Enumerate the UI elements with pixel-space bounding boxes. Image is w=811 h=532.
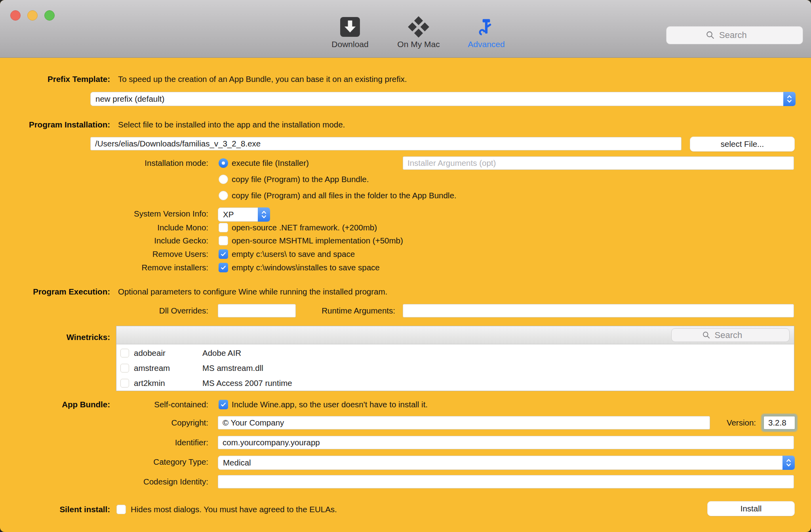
installation-mode-label: Installation mode: (145, 158, 208, 168)
program-installation-label: Program Installation: (29, 120, 110, 130)
codesign-identity-input[interactable] (218, 475, 794, 488)
category-type-select[interactable]: Medical (218, 456, 795, 470)
tab-on-my-mac[interactable]: On My Mac (379, 16, 458, 49)
dll-overrides-label: Dll Overrides: (159, 306, 208, 316)
on-my-mac-icon (379, 16, 458, 38)
dll-overrides-input[interactable] (218, 304, 296, 317)
mode-copy-file-radio[interactable] (219, 175, 228, 184)
close-icon[interactable] (10, 10, 21, 21)
category-type-label: Category Type: (153, 457, 208, 467)
identifier-label: Identifier: (175, 437, 208, 448)
mode-copy-folder-radio[interactable] (219, 191, 228, 200)
minimize-icon[interactable] (27, 10, 38, 21)
include-gecko-label: Include Gecko: (154, 236, 208, 246)
mode-execute-label: execute file (Installer) (232, 158, 309, 168)
list-item[interactable]: art2kmin MS Access 2007 runtime (116, 376, 794, 391)
app-window: Download On My Mac (0, 0, 811, 532)
winetricks-item-name: adobeair (134, 348, 166, 358)
include-mono-label: Include Mono: (157, 222, 208, 233)
include-mono-text: open-source .NET framework. (+200mb) (232, 222, 377, 233)
installer-arguments-input[interactable] (403, 156, 794, 170)
program-execution-label: Program Execution: (33, 287, 110, 297)
app-bundle-label: App Bundle: (62, 399, 110, 410)
chevron-up-down-icon (783, 92, 796, 106)
remove-users-text: empty c:\users\ to save and space (232, 249, 355, 259)
system-version-label: System Version Info: (134, 209, 208, 219)
runtime-arguments-input[interactable] (403, 304, 794, 317)
program-installation-desc: Select file to be installed into the app… (118, 120, 345, 130)
checkmark-icon (220, 401, 227, 408)
winetricks-item-name: art2kmin (134, 378, 165, 388)
mode-copy-file-label: copy file (Program) to the App Bundle. (232, 174, 369, 184)
prefix-template-select[interactable]: new prefix (default) (90, 92, 796, 106)
system-version-select[interactable]: XP (218, 207, 270, 222)
remove-installers-checkbox[interactable] (219, 263, 228, 272)
tab-download-label: Download (310, 40, 390, 49)
self-contained-text: Include Wine.app, so the user doesn't ha… (232, 399, 428, 410)
tab-download[interactable]: Download (310, 16, 390, 49)
toolbar-search-input[interactable] (718, 30, 763, 41)
self-contained-checkbox[interactable] (219, 400, 228, 409)
toolbar-search[interactable] (666, 26, 803, 44)
download-icon (310, 16, 390, 38)
copyright-label: Copyright: (171, 418, 208, 428)
install-file-path-input[interactable] (90, 137, 682, 150)
tab-advanced[interactable]: Advanced (447, 16, 526, 49)
version-input[interactable] (763, 416, 795, 429)
remove-installers-text: empty c:\windows\installes to save space (232, 262, 380, 273)
winetricks-label: Winetricks: (67, 332, 110, 342)
checkmark-icon (220, 251, 227, 257)
tab-advanced-label: Advanced (447, 40, 526, 49)
mode-execute-radio[interactable] (219, 158, 228, 168)
winetricks-item-name: amstream (134, 363, 170, 373)
winetricks-search[interactable] (671, 328, 790, 342)
self-contained-label: Self-contained: (154, 399, 208, 410)
install-button[interactable]: Install (707, 501, 795, 516)
magnifier-icon (702, 331, 711, 340)
winetricks-item-checkbox[interactable] (120, 379, 129, 388)
runtime-arguments-label: Runtime Arguments: (322, 306, 395, 316)
prefix-template-value: new prefix (default) (91, 94, 164, 104)
toolbar: Download On My Mac (0, 0, 811, 58)
silent-install-label: Silent install: (59, 504, 110, 515)
prefix-template-desc: To speed up the creation of an App Bundl… (118, 74, 407, 84)
mode-copy-folder-label: copy file (Program) and all files in the… (232, 190, 456, 201)
silent-install-checkbox[interactable] (116, 505, 126, 514)
chevron-up-down-icon (782, 456, 795, 470)
list-item[interactable]: amstream MS amstream.dll (116, 361, 794, 376)
zoom-icon[interactable] (44, 10, 55, 21)
include-gecko-checkbox[interactable] (219, 236, 228, 245)
advanced-icon (447, 16, 526, 38)
select-file-button[interactable]: select File... (690, 137, 795, 152)
winetricks-item-desc: MS Access 2007 runtime (202, 378, 292, 388)
winetricks-item-desc: MS amstream.dll (202, 363, 263, 373)
magnifier-icon (706, 30, 715, 40)
winetricks-item-desc: Adobe AIR (202, 348, 241, 358)
version-label: Version: (727, 418, 756, 428)
prefix-template-label: Prefix Template: (48, 74, 110, 84)
category-type-value: Medical (218, 458, 251, 467)
remove-installers-label: Remove installers: (141, 262, 208, 273)
remove-users-checkbox[interactable] (219, 249, 228, 259)
winetricks-item-checkbox[interactable] (120, 349, 129, 357)
list-item[interactable]: adobeair Adobe AIR (116, 346, 794, 361)
tab-on-my-mac-label: On My Mac (379, 40, 458, 49)
identifier-input[interactable] (218, 436, 794, 449)
program-execution-desc: Optional parameters to configure Wine wh… (118, 287, 387, 297)
remove-users-label: Remove Users: (152, 249, 208, 259)
winetricks-item-checkbox[interactable] (120, 364, 129, 372)
include-gecko-text: open-source MSHTML implementation (+50mb… (232, 236, 403, 246)
winetricks-panel: adobeair Adobe AIR amstream MS amstream.… (116, 326, 794, 391)
checkmark-icon (220, 264, 227, 271)
chevron-up-down-icon (258, 207, 270, 222)
system-version-value: XP (218, 210, 234, 219)
include-mono-checkbox[interactable] (219, 223, 228, 232)
winetricks-search-input[interactable] (714, 330, 759, 341)
silent-install-text: Hides most dialogs. You must have agreed… (131, 504, 337, 515)
codesign-identity-label: Codesign Identity: (143, 477, 208, 487)
copyright-input[interactable] (218, 416, 710, 429)
select-file-button-label: select File... (721, 139, 764, 149)
install-button-label: Install (741, 504, 762, 513)
winetricks-header (116, 326, 794, 344)
